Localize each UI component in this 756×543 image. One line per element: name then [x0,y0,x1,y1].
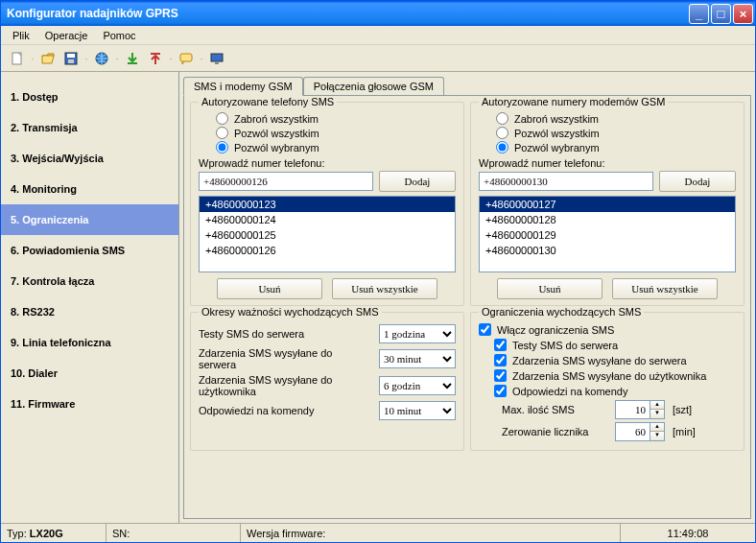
sidebar-item-link[interactable]: 7. Kontrola łącza [1,266,178,296]
tab-body: Autoryzowane telefony SMS Zabroń wszystk… [183,95,751,519]
add-button[interactable]: Dodaj [659,171,736,192]
upload-icon[interactable] [145,48,166,69]
list-item[interactable]: +48600000129 [480,227,735,243]
monitor-icon[interactable] [206,48,227,69]
sidebar-item-dialer[interactable]: 10. Dialer [1,358,178,389]
list-item[interactable]: +48600000125 [200,227,455,243]
delete-button[interactable]: Usuń [497,278,602,299]
radio-allow-selected[interactable]: Pozwól wybranym [216,141,456,153]
validity-select-events-srv[interactable]: 30 minut [379,349,456,368]
delete-all-button[interactable]: Usuń wszystkie [612,278,718,299]
separator-icon: · [168,48,174,69]
sidebar-item-firmware[interactable]: 11. Firmware [1,389,178,419]
globe-icon[interactable] [91,48,112,69]
max-sms-spinner[interactable]: ▲▼ [615,400,665,419]
modem-input[interactable] [479,172,653,191]
menu-file[interactable]: Plik [5,28,37,43]
minimize-button[interactable]: _ [689,4,709,24]
list-item[interactable]: +48600000126 [200,243,455,258]
reset-counter-input[interactable] [615,422,650,441]
titlebar: Konfigurator nadajników GPRS _ □ × [1,1,755,26]
validity-label: Zdarzenia SMS wysyłane do serwera [199,347,369,370]
validity-label: Zdarzenia SMS wysyłane do użytkownika [199,374,369,397]
validity-select-events-usr[interactable]: 6 godzin [379,376,456,395]
group-limits: Ograniczenia wychodzących SMS Włącz ogra… [470,312,744,451]
reset-counter-label: Zerowanie licznika [502,426,607,437]
group-title: Autoryzowane telefony SMS [199,96,337,107]
cb-replies[interactable]: Odpowiedzi na komendy [494,385,736,397]
delete-all-button[interactable]: Usuń wszystkie [332,278,437,299]
sidebar-item-io[interactable]: 3. Wejścia/Wyjścia [1,143,178,174]
chat-icon[interactable] [176,48,197,69]
app-window: Konfigurator nadajników GPRS _ □ × Plik … [0,0,756,543]
group-title: Autoryzowane numery modemów GSM [479,96,668,107]
validity-select-tests[interactable]: 1 godzina [379,324,456,343]
group-sms-phones: Autoryzowane telefony SMS Zabroń wszystk… [190,102,464,306]
list-item[interactable]: +48600000124 [200,212,455,227]
spin-down-icon[interactable]: ▼ [650,410,664,418]
reset-counter-spinner[interactable]: ▲▼ [615,422,665,441]
cb-events-user[interactable]: Zdarzenia SMS wysyłane do użytkownika [494,369,736,382]
radio-allow-all[interactable]: Pozwól wszystkim [496,127,736,139]
group-title: Okresy ważności wychodzących SMS [199,306,382,318]
list-item[interactable]: +48600000127 [480,197,735,212]
svg-rect-5 [128,62,137,64]
sidebar-item-access[interactable]: 1. Dostęp [1,82,178,112]
type-label: Typ: [7,528,27,539]
close-button[interactable]: × [733,4,753,24]
sidebar-item-limits[interactable]: 5. Ograniczenia [1,204,178,235]
tab-voice[interactable]: Połączenia głosowe GSM [303,77,444,95]
list-item[interactable]: +48600000128 [480,212,735,227]
group-modem-numbers: Autoryzowane numery modemów GSM Zabroń w… [470,102,744,306]
max-sms-label: Max. ilość SMS [502,404,607,415]
menu-operations[interactable]: Operacje [37,28,96,43]
sidebar-item-rs232[interactable]: 8. RS232 [1,296,178,327]
sidebar-item-phone-line[interactable]: 9. Linia telefoniczna [1,327,178,358]
spin-down-icon[interactable]: ▼ [650,432,664,440]
list-item[interactable]: +48600000130 [480,243,735,258]
separator-icon: · [30,48,35,69]
menubar: Plik Operacje Pomoc [1,26,755,45]
radio-deny-all[interactable]: Zabroń wszystkim [496,112,736,125]
delete-button[interactable]: Usuń [217,278,322,299]
validity-select-replies[interactable]: 10 minut [379,401,456,420]
group-validity: Okresy ważności wychodzących SMS Testy S… [190,312,464,451]
menu-help[interactable]: Pomoc [95,28,143,43]
spin-up-icon[interactable]: ▲ [650,401,664,410]
enter-phone-label: Wprowadź numer telefonu: [479,157,736,169]
radio-deny-all[interactable]: Zabroń wszystkim [216,112,456,125]
reset-counter-unit: [min] [673,426,696,437]
sidebar-item-transmission[interactable]: 2. Transmisja [1,112,178,143]
phone-list[interactable]: +48600000123 +48600000124 +48600000125 +… [199,196,456,272]
svg-rect-8 [211,54,223,61]
enable-limits-checkbox[interactable]: Włącz ograniczenia SMS [479,323,736,336]
open-icon[interactable] [37,48,59,69]
sn-label: SN: [112,528,130,539]
download-icon[interactable] [122,48,143,69]
cb-tests[interactable]: Testy SMS do serwera [494,339,736,351]
modem-list[interactable]: +48600000127 +48600000128 +48600000129 +… [479,196,736,272]
statusbar: Typ: LX20G SN: Wersja firmware: 11:49:08 [1,523,755,542]
phone-input[interactable] [199,172,373,191]
radio-allow-all[interactable]: Pozwól wszystkim [216,127,456,139]
svg-rect-6 [151,53,160,55]
maximize-button[interactable]: □ [711,4,731,24]
cb-events-server[interactable]: Zdarzenia SMS wysyłane do serwera [494,354,736,366]
radio-allow-selected[interactable]: Pozwól wybranym [496,141,736,153]
tab-sms-modems[interactable]: SMS i modemy GSM [183,77,303,96]
save-icon[interactable] [60,48,82,69]
svg-rect-2 [67,54,75,58]
clock: 11:49:08 [668,528,709,539]
new-icon[interactable] [7,48,28,69]
sidebar-item-monitoring[interactable]: 4. Monitoring [1,174,178,204]
max-sms-input[interactable] [615,400,650,419]
sidebar-item-sms[interactable]: 6. Powiadomienia SMS [1,235,178,266]
separator-icon: · [83,48,89,69]
list-item[interactable]: +48600000123 [200,197,455,212]
separator-icon: · [114,48,120,69]
spin-up-icon[interactable]: ▲ [650,423,664,432]
svg-rect-3 [68,59,74,63]
tabs: SMS i modemy GSM Połączenia głosowe GSM [179,74,755,95]
add-button[interactable]: Dodaj [379,171,456,192]
validity-label: Testy SMS do serwera [199,328,369,340]
